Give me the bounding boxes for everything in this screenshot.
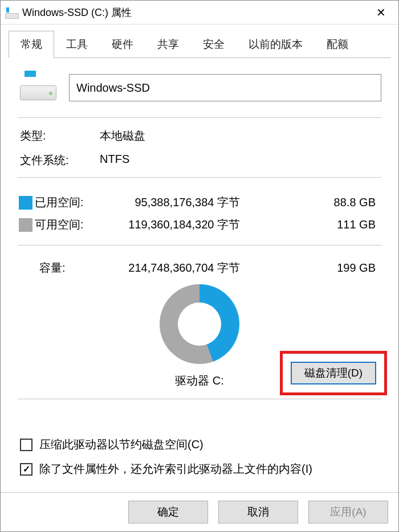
close-icon[interactable]: ✕ [369, 5, 393, 21]
free-bytes: 119,360,184,320 字节 [103, 217, 246, 232]
cancel-button[interactable]: 取消 [218, 501, 298, 523]
separator [18, 245, 381, 245]
usage-donut-chart [160, 284, 239, 364]
separator [18, 399, 381, 399]
tab-quota[interactable]: 配额 [315, 31, 360, 58]
tab-sharing[interactable]: 共享 [145, 31, 191, 58]
tab-tools[interactable]: 工具 [54, 31, 100, 58]
type-label: 类型: [20, 128, 100, 144]
tab-content-general: 类型: 本地磁盘 文件系统: NTFS 已用空间: 95,388,176,384… [1, 58, 398, 492]
filesystem-label: 文件系统: [20, 153, 100, 168]
index-checkbox[interactable] [20, 463, 32, 476]
used-gb: 88.8 GB [246, 196, 380, 209]
dialog-footer: 确定 取消 应用(A) [1, 492, 398, 531]
properties-dialog: Windows-SSD (C:) 属性 ✕ 常规 工具 硬件 共享 安全 以前的… [0, 0, 399, 532]
separator [18, 177, 381, 178]
drive-large-icon [20, 74, 56, 101]
used-label: 已用空间: [35, 195, 103, 210]
compress-label: 压缩此驱动器以节约磁盘空间(C) [39, 437, 203, 452]
drive-name-input[interactable] [69, 74, 381, 101]
tab-previous-versions[interactable]: 以前的版本 [237, 31, 315, 58]
ok-button[interactable]: 确定 [128, 501, 208, 523]
type-value: 本地磁盘 [100, 128, 379, 144]
free-label: 可用空间: [35, 217, 103, 232]
free-swatch-icon [19, 218, 32, 232]
compress-checkbox[interactable] [20, 439, 32, 451]
tab-strip: 常规 工具 硬件 共享 安全 以前的版本 配额 [9, 30, 390, 58]
disk-cleanup-button[interactable]: 磁盘清理(D) [291, 362, 376, 384]
capacity-bytes: 214,748,360,704 字节 [103, 260, 246, 276]
drive-icon [5, 7, 18, 18]
index-label: 除了文件属性外，还允许索引此驱动器上文件的内容(I) [39, 461, 312, 477]
apply-button[interactable]: 应用(A) [308, 501, 388, 523]
drive-letter-label: 驱动器 C: [175, 373, 224, 388]
separator [18, 117, 381, 118]
capacity-label: 容量: [19, 260, 103, 276]
tab-general[interactable]: 常规 [9, 31, 54, 58]
free-gb: 111 GB [246, 218, 380, 231]
used-bytes: 95,388,176,384 字节 [103, 195, 246, 210]
filesystem-value: NTFS [100, 153, 379, 168]
highlight-box: 磁盘清理(D) [280, 351, 387, 395]
tab-security[interactable]: 安全 [191, 31, 237, 58]
capacity-gb: 199 GB [246, 261, 380, 275]
used-swatch-icon [19, 196, 32, 210]
titlebar: Windows-SSD (C:) 属性 ✕ [1, 1, 398, 24]
window-title: Windows-SSD (C:) 属性 [22, 6, 369, 19]
tab-hardware[interactable]: 硬件 [100, 31, 145, 58]
